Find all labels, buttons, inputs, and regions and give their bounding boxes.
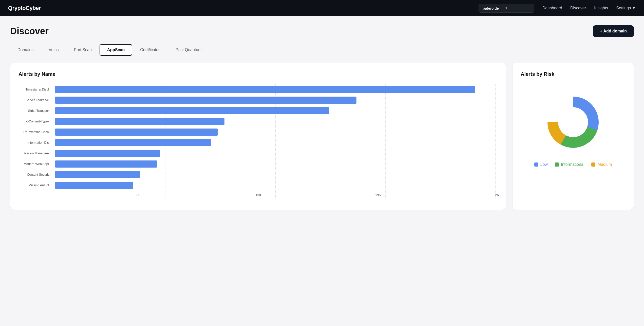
x-axis-label: 0 [17, 193, 19, 197]
nav-dashboard[interactable]: Dashboard [542, 6, 562, 10]
content-area: Alerts by Name Timestamp Discl...Server … [10, 63, 634, 210]
risk-legend: Low Informational Medium [521, 162, 626, 167]
bar-label: X-Content-Type-... [18, 120, 54, 123]
bar-fill [55, 160, 157, 168]
bar-fill [55, 97, 356, 104]
add-domain-button[interactable]: + Add domain [593, 25, 634, 37]
bar-background [55, 182, 495, 189]
legend-low-dot [534, 162, 538, 167]
bar-row: Server Leaks Ve... [55, 95, 495, 105]
tab-bar: Domains Vulns Port Scan AppScan Certific… [10, 44, 634, 56]
domain-selector[interactable]: patero.de ▼ [479, 4, 534, 13]
bar-background [55, 150, 495, 157]
x-axis: 065130195260 [18, 193, 498, 198]
bar-fill [55, 118, 224, 125]
bar-row: Missing Anti-cl... [55, 180, 495, 191]
bar-label: Modern Web Appl... [18, 162, 54, 166]
legend-info-label: Informational [561, 162, 584, 167]
bar-label: Re-examine Cach... [18, 130, 54, 134]
x-axis-label: 260 [495, 193, 501, 197]
x-axis-label: 65 [137, 193, 140, 197]
page-header: Discover + Add domain [10, 25, 634, 37]
nav-insights[interactable]: Insights [594, 6, 608, 10]
nav-settings[interactable]: Settings ▼ [616, 6, 636, 10]
tab-appscan[interactable]: AppScan [100, 44, 132, 56]
bar-label: Content Securit... [18, 173, 54, 176]
tab-domains[interactable]: Domains [10, 44, 41, 56]
alerts-by-risk-card: Alerts by Risk Low Informa [512, 63, 634, 210]
bar-row: Modern Web Appl... [55, 159, 495, 169]
bar-label: Session Managem... [18, 152, 54, 155]
bar-fill [55, 139, 211, 146]
bar-row: Re-examine Cach... [55, 127, 495, 137]
bar-row: Session Managem... [55, 148, 495, 159]
bar-row: Content Securit... [55, 169, 495, 180]
alerts-by-name-card: Alerts by Name Timestamp Discl...Server … [10, 63, 506, 210]
bar-fill [55, 129, 218, 136]
bar-fill [55, 107, 329, 114]
tab-certificates[interactable]: Certificates [133, 44, 168, 56]
tab-port-scan[interactable]: Port Scan [67, 44, 99, 56]
bar-background [55, 139, 495, 146]
bar-label: Timestamp Discl... [18, 88, 54, 91]
navbar-links: Dashboard Discover Insights Settings ▼ [542, 6, 636, 10]
legend-informational: Informational [555, 162, 584, 167]
bar-background [55, 118, 495, 125]
x-axis-label: 130 [255, 193, 261, 197]
legend-low: Low [534, 162, 548, 167]
bar-fill [55, 182, 133, 189]
legend-medium: Medium [591, 162, 612, 167]
brand-logo: QryptoCyber [8, 5, 41, 11]
bar-label: Missing Anti-cl... [18, 184, 54, 187]
chevron-down-icon: ▼ [632, 6, 636, 10]
settings-label: Settings [616, 6, 631, 10]
legend-medium-label: Medium [597, 162, 612, 167]
tab-post-quantum[interactable]: Post Quantum [168, 44, 209, 56]
bar-chart: Timestamp Discl...Server Leaks Ve...Stri… [18, 84, 498, 198]
bar-fill [55, 171, 140, 178]
bar-background [55, 86, 495, 93]
bar-row: Timestamp Discl... [55, 84, 495, 95]
bar-label: Information Dis... [18, 141, 54, 144]
bar-row: X-Content-Type-... [55, 116, 495, 127]
bar-background [55, 97, 495, 104]
tab-vulns[interactable]: Vulns [41, 44, 66, 56]
alerts-by-name-title: Alerts by Name [18, 71, 498, 77]
bar-label: Server Leaks Ve... [18, 98, 54, 102]
legend-low-label: Low [540, 162, 548, 167]
bar-background [55, 171, 495, 178]
bar-background [55, 160, 495, 168]
navbar: QryptoCyber patero.de ▼ Dashboard Discov… [0, 0, 644, 16]
donut-chart [545, 94, 601, 150]
bar-chart-inner: Timestamp Discl...Server Leaks Ve...Stri… [18, 84, 498, 191]
page-title: Discover [10, 26, 49, 37]
bar-label: Strict-Transpor... [18, 109, 54, 113]
bar-background [55, 129, 495, 136]
donut-chart-container [521, 94, 626, 150]
bar-fill [55, 150, 160, 157]
legend-medium-dot [591, 162, 595, 167]
nav-discover[interactable]: Discover [570, 6, 586, 10]
bar-row: Information Dis... [55, 137, 495, 148]
bar-row: Strict-Transpor... [55, 105, 495, 116]
main-content: Discover + Add domain Domains Vulns Port… [0, 16, 644, 219]
domain-value: patero.de [483, 6, 499, 10]
chevron-down-icon: ▼ [505, 6, 508, 10]
bar-fill [55, 86, 475, 93]
brand-name: QryptoCyber [8, 5, 41, 11]
legend-info-dot [555, 162, 559, 167]
bar-background [55, 107, 495, 114]
alerts-by-risk-title: Alerts by Risk [521, 71, 554, 77]
x-axis-label: 195 [375, 193, 381, 197]
